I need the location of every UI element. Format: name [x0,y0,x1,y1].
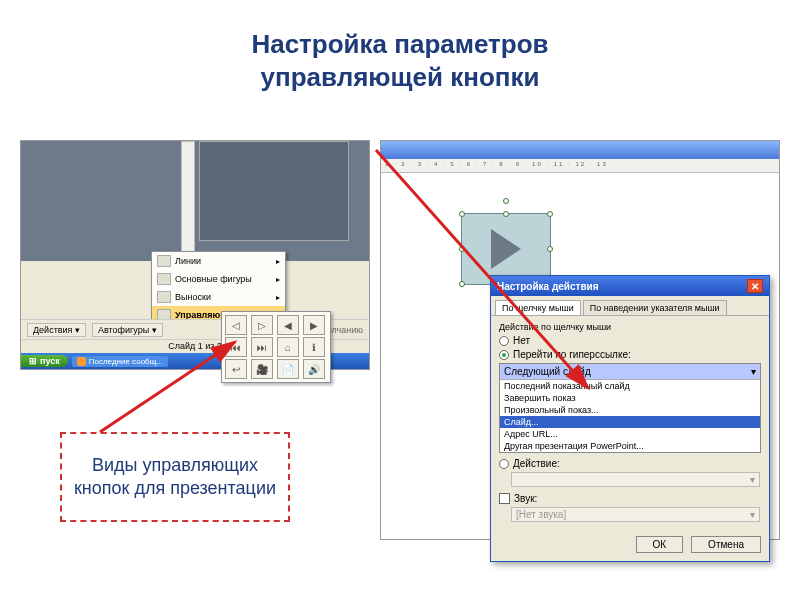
action-button-glyph[interactable]: ℹ [303,337,325,357]
title-line1: Настройка параметров [251,29,548,59]
radio-hyperlink[interactable]: Перейти по гиперссылке: [499,349,761,360]
radio-icon[interactable] [499,336,509,346]
chevron-right-icon: ▸ [276,275,280,284]
combo-option[interactable]: Завершить показ [500,392,760,404]
ok-button[interactable]: ОК [636,536,684,553]
menu-item-callouts[interactable]: Выноски▸ [152,288,285,306]
vertical-ruler [181,141,195,261]
autoshapes-dropdown[interactable]: Автофигуры ▾ [92,323,163,337]
combo-option[interactable]: Последний показанный слайд [500,380,760,392]
sound-combo: [Нет звука]▾ [511,507,760,522]
tab-mouse-over[interactable]: По наведении указателя мыши [583,300,727,315]
action-button-glyph[interactable]: ▶ [303,315,325,335]
action-buttons-palette[interactable]: ◁ ▷ ◀ ▶ ⏮ ⏭ ⌂ ℹ ↩ 🎥 📄 🔊 [221,311,331,383]
tab-mouse-click[interactable]: По щелчку мыши [495,300,581,315]
title-line2: управляющей кнопки [261,62,540,92]
action-button-glyph[interactable]: ◁ [225,315,247,335]
menu-item-basic-shapes[interactable]: Основные фигуры▸ [152,270,285,288]
taskbar-item[interactable]: Последние сообщ... [72,356,168,367]
hyperlink-combo[interactable]: Следующий слайд▾ Последний показанный сл… [499,363,761,453]
shapes-icon [157,273,171,285]
action-button-glyph[interactable]: ↩ [225,359,247,379]
chevron-right-icon: ▸ [276,257,280,266]
combo-option[interactable]: Произвольный показ... [500,404,760,416]
action-button-glyph[interactable]: ⌂ [277,337,299,357]
radio-icon[interactable] [499,459,509,469]
close-icon[interactable]: ✕ [747,279,763,293]
screenshot-autoshapes-menu: Линии▸ Основные фигуры▸ Выноски▸ Управля… [20,140,370,370]
resize-handle[interactable] [459,246,465,252]
action-settings-dialog: Настройка действия ✕ По щелчку мыши По н… [490,275,770,562]
resize-handle[interactable] [503,211,509,217]
chevron-down-icon: ▾ [750,474,755,485]
resize-handle[interactable] [459,211,465,217]
action-button-glyph[interactable]: 🎥 [251,359,273,379]
radio-none[interactable]: Нет [499,335,761,346]
chevron-down-icon: ▾ [751,366,756,377]
action-button-glyph[interactable]: ◀ [277,315,299,335]
dialog-body: Действие по щелчку мыши Нет Перейти по г… [491,315,769,528]
action-button-glyph[interactable]: ⏮ [225,337,247,357]
cancel-button[interactable]: Отмена [691,536,761,553]
combo-option[interactable]: Слайд... [500,416,760,428]
action-combo-disabled: ▾ [511,472,760,487]
combo-dropdown-list: Последний показанный слайд Завершить пок… [500,379,760,452]
slide-canvas [199,141,349,241]
radio-action[interactable]: Действие: [499,458,761,469]
dialog-buttons: ОК Отмена [491,528,769,561]
chevron-down-icon: ▾ [750,509,755,520]
actions-dropdown[interactable]: Действия ▾ [27,323,86,337]
play-icon [491,229,521,269]
window-titlebar [381,141,779,159]
rotate-handle[interactable] [503,198,509,204]
section-label: Действие по щелчку мыши [499,322,761,332]
resize-handle[interactable] [547,211,553,217]
callouts-icon [157,291,171,303]
action-button-glyph[interactable]: 📄 [277,359,299,379]
start-button[interactable]: ⊞пуск [21,355,68,367]
windows-logo-icon: ⊞ [29,356,37,366]
action-button-glyph[interactable]: ▷ [251,315,273,335]
sound-checkbox-row[interactable]: Звук: [499,493,761,504]
firefox-icon [77,357,86,366]
action-button-glyph[interactable]: ⏭ [251,337,273,357]
dialog-tabs: По щелчку мыши По наведении указателя мы… [491,296,769,315]
resize-handle[interactable] [459,281,465,287]
combo-selected[interactable]: Следующий слайд▾ [500,364,760,379]
caption-box: Виды управляющих кнопок для презентации [60,432,290,522]
radio-icon[interactable] [499,350,509,360]
combo-option[interactable]: Адрес URL... [500,428,760,440]
caption-text: Виды управляющих кнопок для презентации [68,454,282,501]
action-button-glyph[interactable]: 🔊 [303,359,325,379]
resize-handle[interactable] [547,246,553,252]
horizontal-ruler: 1 · 2 · 3 · 4 · 5 · 6 · 7 · 8 · 9 · 10 ·… [381,159,779,173]
slide-title: Настройка параметров управляющей кнопки [0,0,800,111]
menu-item-lines[interactable]: Линии▸ [152,252,285,270]
lines-icon [157,255,171,267]
chevron-right-icon: ▸ [276,293,280,302]
dialog-titlebar[interactable]: Настройка действия ✕ [491,276,769,296]
checkbox-icon[interactable] [499,493,510,504]
dialog-title-text: Настройка действия [497,281,599,292]
combo-option[interactable]: Другая презентация PowerPoint... [500,440,760,452]
